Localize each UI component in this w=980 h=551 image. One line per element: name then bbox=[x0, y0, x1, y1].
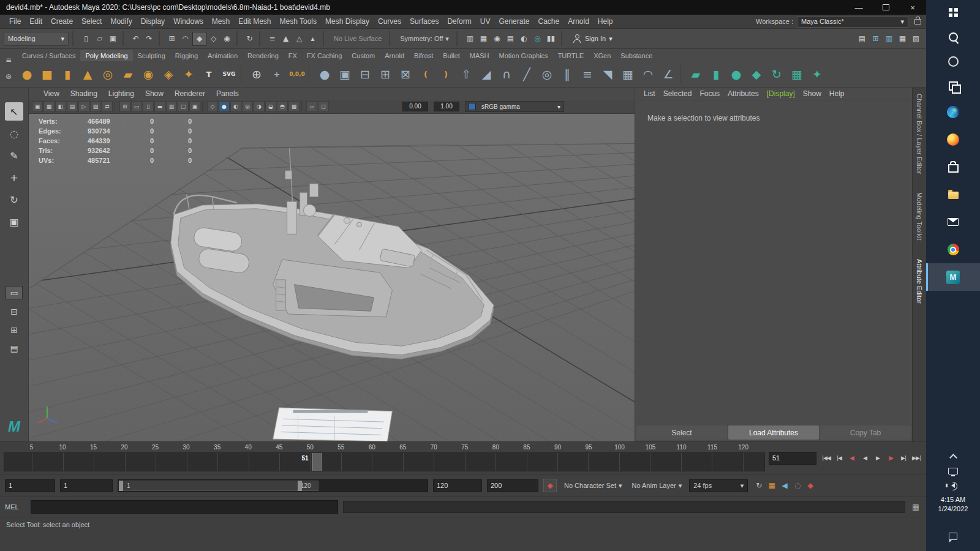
shelf-tab-rendering[interactable]: Rendering bbox=[243, 50, 284, 61]
combine-icon[interactable]: ▣ bbox=[335, 64, 355, 84]
firefox-app[interactable] bbox=[926, 126, 980, 153]
motion-blur-icon[interactable]: ◓ bbox=[277, 101, 288, 112]
ae-menu-focus[interactable]: Focus bbox=[696, 88, 723, 99]
soften-edge-icon[interactable]: ◠ bbox=[638, 64, 658, 84]
pause-viewport-icon[interactable]: ▮▮ bbox=[545, 32, 557, 45]
open-render-view-icon[interactable]: ▥ bbox=[464, 32, 477, 45]
poly-cone-icon[interactable]: ▲ bbox=[78, 64, 97, 84]
boolean-union-icon[interactable]: ⊞ bbox=[375, 64, 395, 84]
cortana-button[interactable] bbox=[926, 49, 980, 73]
shelf-tab-mash[interactable]: MASH bbox=[465, 50, 494, 61]
menu-cache[interactable]: Cache bbox=[533, 15, 564, 28]
shelf-tab-rigging[interactable]: Rigging bbox=[170, 50, 203, 61]
menu-modify[interactable]: Modify bbox=[106, 15, 136, 28]
shaded-icon[interactable]: ● bbox=[219, 101, 230, 112]
target-weld-icon[interactable]: ◎ bbox=[537, 64, 557, 84]
time-sync-icon[interactable]: ◌ bbox=[791, 479, 804, 492]
menu-mesh[interactable]: Mesh bbox=[208, 15, 234, 28]
viewport[interactable]: Verts:46648900Edges:93073400Faces:464339… bbox=[29, 114, 635, 441]
menu-curves[interactable]: Curves bbox=[374, 15, 405, 28]
harden-edge-icon[interactable]: ∠ bbox=[658, 64, 678, 84]
viewport-menu-panels[interactable]: Panels bbox=[211, 88, 244, 99]
uv-spherical-icon[interactable]: ● bbox=[726, 64, 746, 84]
mel-result-field[interactable] bbox=[343, 501, 905, 513]
shadows-icon[interactable]: ◑ bbox=[254, 101, 265, 112]
uv-snapshot-icon[interactable]: ✦ bbox=[807, 64, 827, 84]
insert-edge-loop-icon[interactable]: ‖ bbox=[557, 64, 577, 84]
mel-input[interactable] bbox=[31, 500, 338, 514]
render-current-frame-icon[interactable]: ▦ bbox=[477, 32, 490, 45]
boat-model[interactable] bbox=[171, 148, 494, 359]
search-button[interactable] bbox=[926, 24, 980, 49]
tool-settings-toggle-icon[interactable]: ▧ bbox=[910, 32, 922, 45]
mel-label[interactable]: MEL bbox=[5, 503, 26, 511]
menu-deform[interactable]: Deform bbox=[443, 15, 475, 28]
timeline-strip[interactable]: 51 bbox=[4, 452, 765, 471]
textured-icon[interactable]: ◐ bbox=[230, 101, 241, 112]
channel-box-toggle-icon[interactable]: ▥ bbox=[883, 32, 895, 45]
save-scene-icon[interactable]: ▣ bbox=[107, 32, 119, 45]
hypershade-icon[interactable]: ◐ bbox=[518, 32, 530, 45]
viewport-menu-renderer[interactable]: Renderer bbox=[170, 88, 210, 99]
smooth-preview-icon[interactable]: ● bbox=[315, 64, 334, 84]
uv-cut-sew-icon[interactable]: ↻ bbox=[767, 64, 786, 84]
wireframe-icon[interactable]: ◇ bbox=[207, 101, 218, 112]
select-object-icon[interactable]: ▲ bbox=[279, 32, 292, 45]
poly-plane-icon[interactable]: ▰ bbox=[118, 64, 138, 84]
ae-menu-list[interactable]: List bbox=[640, 88, 659, 99]
ao-icon[interactable]: ◒ bbox=[265, 101, 276, 112]
gate-mask-icon[interactable]: ▬ bbox=[154, 101, 165, 112]
highlight-selection-icon[interactable]: ▴ bbox=[306, 32, 319, 45]
quad-pane-toggle-icon[interactable]: ⊞ bbox=[869, 32, 882, 45]
scale-tool[interactable]: ▣ bbox=[5, 212, 23, 231]
edge-app[interactable] bbox=[926, 98, 980, 126]
lock-icon[interactable] bbox=[914, 19, 921, 24]
uv-cylindrical-icon[interactable]: ▮ bbox=[706, 64, 726, 84]
uv-planar-icon[interactable]: ▰ bbox=[686, 64, 706, 84]
shelf-tab-animation[interactable]: Animation bbox=[203, 50, 243, 61]
camera-lock-icon[interactable]: ◧ bbox=[55, 101, 66, 112]
separate-icon[interactable]: ⊟ bbox=[355, 64, 375, 84]
bevel-icon[interactable]: ◢ bbox=[477, 64, 496, 84]
menu-mesh-display[interactable]: Mesh Display bbox=[321, 15, 374, 28]
menu-arnold[interactable]: Arnold bbox=[564, 15, 594, 28]
safe-title-icon[interactable]: ▣ bbox=[189, 101, 200, 112]
shelf-tab-bifrost[interactable]: Bifrost bbox=[409, 50, 438, 61]
two-pane-layout[interactable]: ⊟ bbox=[6, 305, 22, 318]
play-backwards-button[interactable]: ◀ bbox=[859, 452, 871, 464]
poly-sphere-icon[interactable]: ● bbox=[17, 64, 37, 84]
fps-dropdown[interactable]: 24 fps ▾ bbox=[689, 479, 748, 492]
move-tool[interactable]: + bbox=[5, 168, 23, 187]
extrude-icon[interactable]: ⇧ bbox=[456, 64, 476, 84]
menu-windows[interactable]: Windows bbox=[169, 15, 208, 28]
field-chart-icon[interactable]: ▥ bbox=[166, 101, 177, 112]
image-plane-icon[interactable]: ▧ bbox=[90, 101, 101, 112]
poly-torus-icon[interactable]: ◎ bbox=[98, 64, 118, 84]
viewport-renderer-icon[interactable]: ◎ bbox=[531, 32, 544, 45]
mail-app[interactable] bbox=[926, 208, 980, 236]
file-explorer-app[interactable] bbox=[926, 181, 980, 208]
animation-preferences-icon[interactable]: ◆ bbox=[804, 479, 816, 492]
shelf-tab-sculpting[interactable]: Sculpting bbox=[133, 50, 170, 61]
anim-layer-dropdown[interactable]: No Anim Layer ▾ bbox=[630, 482, 685, 490]
gear-icon[interactable]: ⊛ bbox=[6, 72, 12, 81]
step-forward-frame-button[interactable]: ▶| bbox=[897, 452, 910, 464]
shelf-tab-arnold[interactable]: Arnold bbox=[380, 50, 409, 61]
snap-to-grid-icon[interactable]: ⊞ bbox=[165, 32, 178, 45]
construction-history-icon[interactable]: ↻ bbox=[243, 32, 256, 45]
flip-icon[interactable]: ) bbox=[436, 64, 456, 84]
poly-platonic-icon[interactable]: ◈ bbox=[159, 64, 178, 84]
range-handle-right[interactable] bbox=[298, 481, 302, 491]
safe-action-icon[interactable]: ▢ bbox=[178, 101, 189, 112]
character-set-dropdown[interactable]: No Character Set ▾ bbox=[562, 482, 625, 490]
origin-icon[interactable]: 0,0,0 bbox=[287, 64, 307, 84]
super-shape-icon[interactable]: ✦ bbox=[179, 64, 198, 84]
quad-draw-icon[interactable]: ▦ bbox=[618, 64, 638, 84]
viewport-menu-view[interactable]: View bbox=[39, 88, 64, 99]
symmetry-selector[interactable]: Symmetry: Off ▾ bbox=[396, 35, 453, 43]
viewport-menu-show[interactable]: Show bbox=[140, 88, 168, 99]
mirror-icon[interactable]: ( bbox=[416, 64, 435, 84]
shelf-tab-bullet[interactable]: Bullet bbox=[438, 50, 465, 61]
maximize-button[interactable] bbox=[872, 0, 899, 15]
load-attributes-button[interactable]: Load Attributes bbox=[728, 425, 819, 440]
